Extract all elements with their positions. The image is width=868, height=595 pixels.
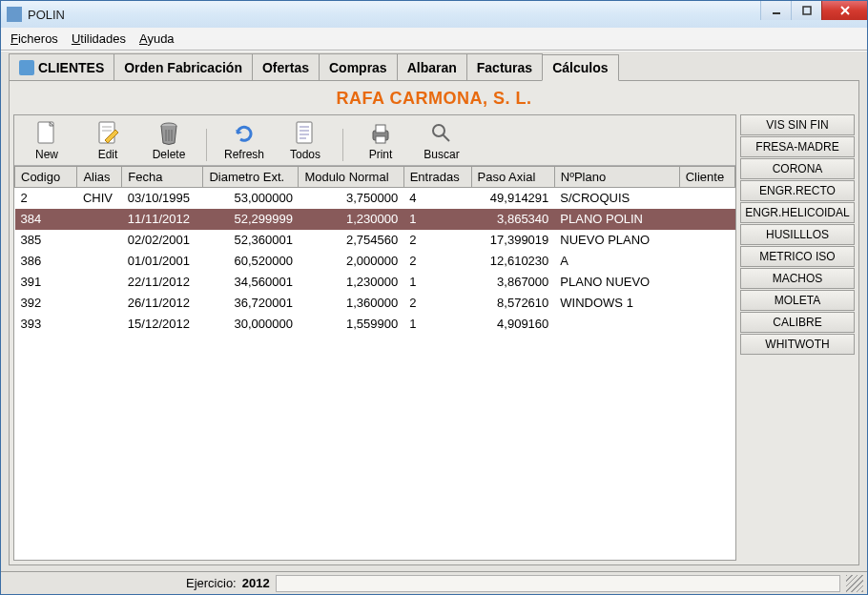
table-row[interactable]: 38601/01/200160,5200002,000000212,610230…	[15, 251, 735, 272]
cell: 384	[15, 209, 77, 230]
clientes-icon	[19, 60, 34, 75]
status-ejercicio-value: 2012	[242, 576, 270, 590]
table-row[interactable]: 39315/12/201230,0000001,55990014,909160	[15, 314, 735, 335]
cell: 3,750000	[299, 188, 403, 209]
sidebar-button-metrico-iso[interactable]: METRICO ISO	[740, 246, 855, 267]
cell	[77, 293, 122, 314]
tab-label: Orden Fabricación	[124, 60, 242, 75]
todos-button[interactable]: Todos	[279, 121, 332, 161]
search-icon	[429, 121, 454, 146]
tab-orden-fabricaci-n[interactable]: Orden Fabricación	[114, 53, 253, 80]
sidebar-button-engr-helicoidal[interactable]: ENGR.HELICOIDAL	[740, 202, 855, 223]
cell: 01/01/2001	[122, 251, 203, 272]
sidebar-button-vis-sin-fin[interactable]: VIS SIN FIN	[740, 114, 855, 135]
cell: 2	[403, 230, 471, 251]
column-header[interactable]: Alias	[77, 167, 122, 188]
column-header[interactable]: Codigo	[15, 167, 77, 188]
cell: 52,299999	[203, 209, 299, 230]
svg-rect-1	[803, 7, 811, 14]
edit-button[interactable]: Edit	[81, 121, 134, 161]
tab-c-lculos[interactable]: Cálculos	[542, 54, 618, 81]
cell: 12,610230	[471, 251, 554, 272]
cell: 1,559900	[299, 314, 403, 335]
sidebar-button-corona[interactable]: CORONA	[740, 158, 855, 179]
sidebar-button-husilllos[interactable]: HUSILLLOS	[740, 224, 855, 245]
menu-ayuda[interactable]: Ayuda	[139, 31, 175, 46]
print-button[interactable]: Print	[354, 121, 407, 161]
column-header[interactable]: Modulo Normal	[299, 167, 403, 188]
tab-albaran[interactable]: Albaran	[397, 53, 467, 80]
cell: 03/10/1995	[122, 188, 203, 209]
content-area: CLIENTESOrden FabricaciónOfertasComprasA…	[1, 51, 867, 594]
tab-label: Cálculos	[552, 60, 608, 75]
column-header[interactable]: NºPlano	[554, 167, 679, 188]
status-ejercicio-label: Ejercicio:	[186, 576, 237, 590]
cell: NUEVO PLANO	[554, 230, 679, 251]
close-button[interactable]	[821, 1, 867, 20]
app-window: POLIN Ficheros Utilidades Ayuda CLIENTES…	[0, 0, 868, 595]
cell: 52,360001	[203, 230, 299, 251]
new-button[interactable]: New	[20, 121, 73, 161]
sidebar-button-fresa-madre[interactable]: FRESA-MADRE	[740, 136, 855, 157]
toolbar-separator	[342, 129, 343, 161]
tab-label: CLIENTES	[38, 60, 104, 75]
tab-label: Compras	[329, 60, 387, 75]
table-row[interactable]: 39122/11/201234,5600011,23000013,867000P…	[15, 272, 735, 293]
todos-icon	[293, 121, 318, 146]
menubar: Ficheros Utilidades Ayuda	[1, 28, 867, 51]
resize-grip[interactable]	[846, 575, 863, 592]
column-header[interactable]: Entradas	[403, 167, 471, 188]
cell	[679, 251, 734, 272]
table-row[interactable]: 38411/11/201252,2999991,23000013,865340P…	[15, 209, 735, 230]
sidebar-button-machos[interactable]: MACHOS	[740, 268, 855, 289]
sidebar: VIS SIN FINFRESA-MADRECORONAENGR.RECTOEN…	[740, 114, 855, 561]
menu-ficheros[interactable]: Ficheros	[10, 31, 58, 46]
cell: 49,914291	[471, 188, 554, 209]
refresh-button[interactable]: Refresh	[217, 121, 271, 161]
tab-clientes[interactable]: CLIENTES	[9, 53, 114, 80]
window-title: POLIN	[28, 8, 65, 22]
table-row[interactable]: 38502/02/200152,3600012,754560217,399019…	[15, 230, 735, 251]
cell: 36,720001	[203, 293, 299, 314]
tab-ofertas[interactable]: Ofertas	[252, 53, 320, 80]
cell	[77, 314, 122, 335]
cell	[77, 230, 122, 251]
data-grid[interactable]: CodigoAliasFechaDiametro Ext.Modulo Norm…	[14, 166, 735, 560]
cell: 2	[403, 293, 471, 314]
tab-facturas[interactable]: Facturas	[466, 53, 543, 80]
cell	[77, 272, 122, 293]
table-row[interactable]: 2CHIV03/10/199553,0000003,750000449,9142…	[15, 188, 735, 209]
column-header[interactable]: Paso Axial	[471, 167, 554, 188]
cell: 15/12/2012	[122, 314, 203, 335]
maximize-button[interactable]	[791, 1, 821, 20]
sidebar-button-moleta[interactable]: MOLETA	[740, 290, 855, 311]
company-title: RAFA CARMONA, S. L.	[13, 85, 855, 114]
table-row[interactable]: 39226/11/201236,7200011,36000028,572610W…	[15, 293, 735, 314]
column-header[interactable]: Cliente	[679, 167, 734, 188]
sidebar-button-calibre[interactable]: CALIBRE	[740, 312, 855, 333]
column-header[interactable]: Diametro Ext.	[203, 167, 299, 188]
cell: 2,754560	[299, 230, 403, 251]
cell: 17,399019	[471, 230, 554, 251]
cell	[77, 251, 122, 272]
toolbar-separator	[206, 129, 207, 161]
work-area: New Edit Delete Refres	[13, 114, 855, 561]
sidebar-button-whitwoth[interactable]: WHITWOTH	[740, 334, 855, 355]
delete-button[interactable]: Delete	[142, 121, 196, 161]
column-header[interactable]: Fecha	[122, 167, 203, 188]
minimize-button[interactable]	[760, 1, 791, 20]
new-label: New	[35, 148, 58, 161]
cell: 4,909160	[471, 314, 554, 335]
tab-compras[interactable]: Compras	[319, 53, 398, 80]
menu-utilidades[interactable]: Utilidades	[72, 31, 126, 46]
sidebar-button-engr-recto[interactable]: ENGR.RECTO	[740, 180, 855, 201]
cell	[554, 314, 679, 335]
cell: CHIV	[77, 188, 122, 209]
cell: 391	[15, 272, 77, 293]
cell: 1,230000	[299, 272, 403, 293]
cell: 2	[403, 251, 471, 272]
cell: 1	[403, 272, 471, 293]
buscar-button[interactable]: Buscar	[415, 121, 468, 161]
cell: 3,865340	[471, 209, 554, 230]
refresh-icon	[232, 121, 257, 146]
